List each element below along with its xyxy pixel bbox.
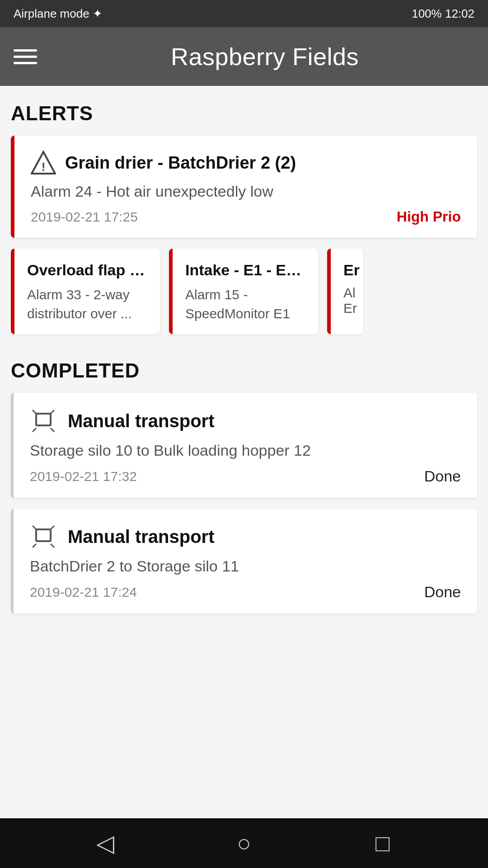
- alert-wide-title: Grain drier - BatchDrier 2 (2): [65, 153, 296, 173]
- alert-wide-header: ! Grain drier - BatchDrier 2 (2): [31, 150, 461, 175]
- alert-wide-desc: Alarm 24 - Hot air unexpectedly low: [31, 183, 461, 200]
- alert-card-small-1[interactable]: Overload flap - T... Alarm 33 - 2-way di…: [11, 249, 160, 334]
- alert-partial-title: Er: [343, 261, 359, 279]
- transport-icon-1: [30, 407, 57, 434]
- svg-line-6: [51, 428, 54, 432]
- status-bar-right: 100% 12:02: [412, 7, 474, 21]
- alert-partial-desc: Al Er: [343, 285, 359, 316]
- alert-card-wide[interactable]: ! Grain drier - BatchDrier 2 (2) Alarm 2…: [11, 136, 477, 238]
- nav-home-button[interactable]: ○: [221, 825, 267, 861]
- comp-1-desc: Storage silo 10 to Bulk loading hopper 1…: [30, 442, 461, 459]
- comp-2-title: Manual transport: [68, 527, 214, 547]
- comp-1-time: 2019-02-21 17:32: [30, 469, 137, 484]
- bottom-nav: ◁ ○ □: [0, 818, 488, 868]
- main-content: ALERTS ! Grain drier - BatchDrier 2 (2) …: [0, 86, 488, 818]
- comp-1-title: Manual transport: [68, 411, 214, 431]
- completed-card-2[interactable]: Manual transport BatchDrier 2 to Storage…: [11, 509, 477, 613]
- toolbar: Raspberry Fields: [0, 27, 488, 86]
- airplane-mode-text: Airplane mode ✦: [14, 7, 103, 21]
- svg-line-5: [33, 428, 36, 432]
- alert-cards-row: Overload flap - T... Alarm 33 - 2-way di…: [11, 249, 477, 338]
- hamburger-line-1: [14, 49, 37, 52]
- svg-line-8: [33, 526, 36, 529]
- svg-line-3: [33, 410, 36, 414]
- comp-2-time: 2019-02-21 17:24: [30, 585, 137, 600]
- battery-time-text: 100% 12:02: [412, 7, 474, 21]
- menu-button[interactable]: [14, 49, 37, 64]
- transport-icon-2: [30, 523, 57, 550]
- comp-1-footer: 2019-02-21 17:32 Done: [30, 467, 461, 485]
- alert-small-2-desc: Alarm 15 - SpeedMonitor E1: [185, 285, 305, 323]
- svg-text:!: !: [42, 160, 46, 174]
- alert-wide-footer: 2019-02-21 17:25 High Prio: [31, 208, 461, 225]
- hamburger-line-2: [14, 56, 37, 58]
- alert-wide-time: 2019-02-21 17:25: [31, 209, 138, 225]
- alert-wide-priority: High Prio: [397, 208, 461, 225]
- status-bar: Airplane mode ✦ 100% 12:02: [0, 0, 488, 27]
- hamburger-line-3: [14, 62, 37, 64]
- svg-rect-2: [36, 414, 51, 425]
- alert-small-1-desc: Alarm 33 - 2-way distributor over ...: [27, 285, 147, 323]
- svg-rect-7: [36, 529, 51, 541]
- svg-line-10: [33, 544, 36, 547]
- completed-section-title: COMPLETED: [11, 359, 477, 382]
- alert-small-1-title: Overload flap - T...: [27, 261, 147, 279]
- nav-back-button[interactable]: ◁: [83, 825, 128, 861]
- comp-1-status: Done: [424, 467, 461, 485]
- comp-2-header: Manual transport: [30, 523, 461, 550]
- warning-icon: !: [31, 150, 56, 175]
- status-bar-left: Airplane mode ✦: [14, 7, 103, 21]
- svg-line-4: [51, 410, 54, 414]
- completed-card-1[interactable]: Manual transport Storage silo 10 to Bulk…: [11, 393, 477, 498]
- svg-line-11: [51, 544, 54, 547]
- nav-recent-button[interactable]: □: [360, 825, 405, 861]
- comp-2-footer: 2019-02-21 17:24 Done: [30, 583, 461, 601]
- comp-1-header: Manual transport: [30, 407, 461, 434]
- svg-line-9: [51, 526, 54, 529]
- page-title: Raspberry Fields: [55, 42, 474, 71]
- comp-2-status: Done: [424, 583, 461, 601]
- alert-small-2-title: Intake - E1 - Elev...: [185, 261, 305, 279]
- comp-2-desc: BatchDrier 2 to Storage silo 11: [30, 557, 461, 575]
- alert-card-small-2[interactable]: Intake - E1 - Elev... Alarm 15 - SpeedMo…: [169, 249, 318, 334]
- alert-card-partial[interactable]: Er Al Er: [327, 249, 363, 334]
- alerts-section-title: ALERTS: [11, 102, 477, 125]
